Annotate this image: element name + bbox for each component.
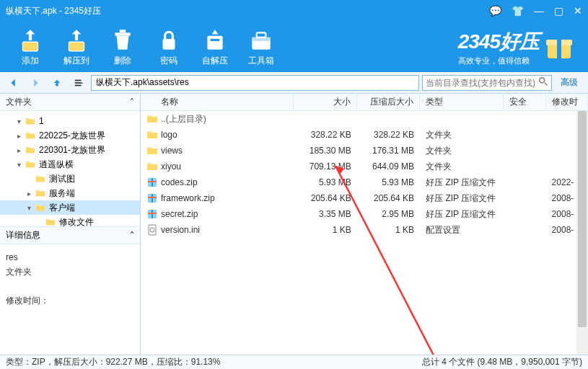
search-box[interactable]	[422, 75, 552, 91]
file-size: 1 KB	[294, 225, 357, 235]
window-title: 纵横天下.apk - 2345好压	[6, 5, 489, 17]
back-button[interactable]	[4, 75, 23, 91]
skin-icon[interactable]: 👕	[512, 5, 524, 17]
tree-node[interactable]: ▾客户端	[0, 200, 140, 215]
details-body: res 文件夹 修改时间：	[0, 244, 140, 314]
tree-node[interactable]: ▾逍遥纵横	[0, 157, 140, 172]
sidebar: 文件夹 ˄ ▾1▸220225-龙族世界▸220301-龙族世界▾逍遥纵横测试图…	[0, 94, 141, 355]
expand-icon[interactable]: ▾	[14, 161, 23, 169]
status-right: 总计 4 个文件 (9.48 MB，9,950,001 字节)	[422, 356, 582, 368]
file-size: 3.35 MB	[294, 209, 357, 219]
details-type: 文件夹	[6, 264, 134, 279]
view-dropdown[interactable]	[69, 75, 88, 91]
file-name: framework.zip	[161, 193, 215, 203]
tree-node[interactable]: 测试图	[0, 172, 140, 186]
toolbox-button[interactable]: 工具箱	[238, 27, 284, 67]
svg-rect-4	[163, 38, 175, 49]
file-name: views	[161, 146, 183, 156]
up-button[interactable]	[48, 75, 66, 91]
minimize-button[interactable]: —	[534, 5, 544, 17]
svg-rect-15	[75, 84, 82, 86]
forward-button[interactable]	[26, 75, 45, 91]
col-name[interactable]: 名称	[141, 94, 294, 110]
folder-tree: ▾1▸220225-龙族世界▸220301-龙族世界▾逍遥纵横测试图▸服务端▾客…	[0, 111, 140, 226]
file-type: 好压 ZIP 压缩文件	[420, 192, 504, 205]
folder-icon	[146, 161, 158, 172]
folder-icon	[45, 217, 57, 226]
file-row[interactable]: views185.30 MB176.31 MB文件夹	[141, 143, 588, 159]
zip-icon	[146, 208, 158, 220]
file-row[interactable]: framework.zip205.64 KB205.64 KB好压 ZIP 压缩…	[141, 190, 588, 206]
chat-icon[interactable]: 💬	[489, 5, 501, 17]
tree-node[interactable]: ▸220301-龙族世界	[0, 143, 140, 157]
chevron-up-icon[interactable]: ˄	[130, 97, 134, 107]
folder-icon	[25, 159, 37, 169]
col-safe[interactable]: 安全	[504, 94, 545, 110]
tree-label: 客户端	[49, 202, 75, 214]
svg-rect-19	[148, 181, 157, 182]
zip-icon	[146, 177, 158, 188]
tree-label: 测试图	[49, 173, 75, 185]
file-type: 文件夹	[420, 145, 504, 157]
col-type[interactable]: 类型	[420, 94, 504, 110]
expand-icon[interactable]: ▸	[25, 190, 33, 197]
svg-point-16	[540, 78, 545, 83]
column-headers: 名称 大小 压缩后大小 类型 安全 修改时	[141, 94, 588, 111]
folder-icon	[35, 203, 47, 213]
password-button[interactable]: 密码	[146, 27, 192, 67]
folder-icon	[146, 145, 158, 156]
svg-rect-0	[22, 42, 38, 51]
search-input[interactable]	[426, 78, 538, 88]
search-icon[interactable]	[538, 76, 548, 89]
file-type: 好压 ZIP 压缩文件	[420, 177, 504, 189]
file-size: 709.13 MB	[294, 161, 357, 172]
tree-node[interactable]: ▸220225-龙族世界	[0, 128, 140, 143]
delete-button[interactable]: 删除	[100, 27, 146, 67]
col-size[interactable]: 大小	[294, 94, 356, 110]
details-name: res	[6, 250, 134, 264]
tree-label: 1	[39, 116, 44, 126]
sfx-button[interactable]: 自解压	[192, 27, 238, 67]
maximize-button[interactable]: ▢	[554, 5, 563, 17]
expand-icon[interactable]: ▾	[14, 117, 23, 125]
brand-text: 2345好压	[458, 28, 539, 55]
expand-icon[interactable]: ▾	[25, 204, 33, 212]
svg-rect-6	[211, 38, 220, 40]
file-name: xiyou	[161, 161, 181, 172]
col-csize[interactable]: 压缩后大小	[357, 94, 420, 110]
chevron-up-icon[interactable]: ˄	[130, 231, 134, 241]
col-mtime[interactable]: 修改时	[546, 94, 588, 110]
titlebar: 纵横天下.apk - 2345好压 💬 👕 — ▢ ✕	[0, 0, 588, 22]
brand-slogan: 高效专业，值得信赖	[458, 55, 539, 66]
expand-icon[interactable]: ▸	[14, 132, 23, 140]
advanced-link[interactable]: 高级	[555, 76, 584, 89]
file-size: 5.93 MB	[294, 177, 357, 187]
file-row[interactable]: logo328.22 KB328.22 KB文件夹	[141, 127, 588, 143]
tree-node[interactable]: 修改文件	[0, 215, 140, 226]
tree-node[interactable]: ▸服务端	[0, 186, 140, 200]
tree-node[interactable]: ▾1	[0, 114, 140, 128]
file-row[interactable]: version.ini1 KB1 KB配置设置2008-	[141, 222, 588, 238]
close-button[interactable]: ✕	[574, 5, 582, 17]
file-row[interactable]: xiyou709.13 MB644.09 MB文件夹	[141, 159, 588, 174]
folder-icon	[25, 145, 37, 155]
file-csize: 644.09 MB	[357, 161, 420, 172]
folder-icon	[25, 116, 37, 126]
path-input[interactable]	[91, 75, 419, 91]
add-button[interactable]: 添加	[7, 27, 53, 67]
ini-icon	[146, 224, 158, 236]
navigation-bar: 高级	[0, 72, 588, 94]
details-pane: 详细信息 ˄ res 文件夹 修改时间：	[0, 226, 140, 314]
expand-icon[interactable]: ▸	[14, 146, 23, 154]
file-row[interactable]: secret.zip3.35 MB2.95 MB好压 ZIP 压缩文件2008-	[141, 206, 588, 222]
tree-label: 逍遥纵横	[39, 159, 74, 171]
toolbox-icon	[248, 27, 274, 53]
file-type: 文件夹	[420, 129, 504, 141]
file-row[interactable]: codes.zip5.93 MB5.93 MB好压 ZIP 压缩文件2022-	[141, 174, 588, 190]
svg-rect-13	[75, 79, 82, 81]
file-row[interactable]: ..(上层目录)	[141, 111, 588, 127]
vertical-scrollbar[interactable]	[576, 111, 588, 355]
extract-button[interactable]: 解压到	[53, 27, 100, 67]
file-name: ..(上层目录)	[161, 113, 206, 125]
file-size: 205.64 KB	[294, 193, 357, 203]
